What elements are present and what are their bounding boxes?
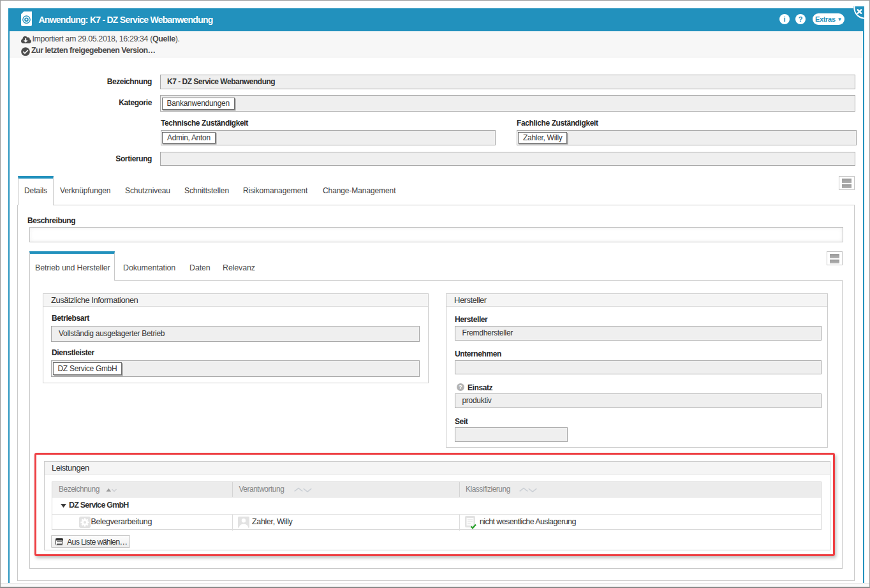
svg-text:?: ? [459, 383, 462, 390]
